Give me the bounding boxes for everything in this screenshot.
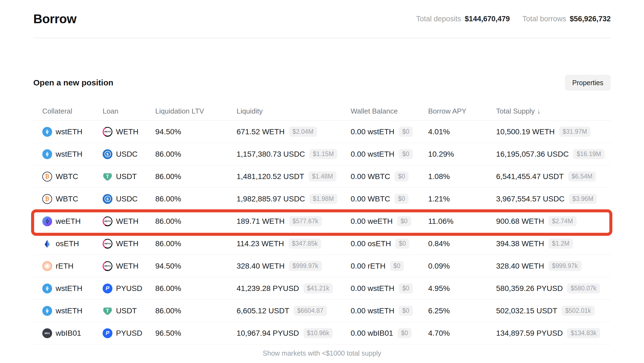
column-header-total-supply[interactable]: Total Supply ↓ bbox=[496, 107, 611, 115]
page-title: Borrow bbox=[33, 11, 76, 26]
usd-badge: $0 bbox=[397, 216, 411, 226]
wallet-balance-cell: 0.00 osETH$0 bbox=[351, 239, 428, 249]
table-row-highlighted[interactable]: weETH WETHWETH 86.00% 189.71 WETH$577.67… bbox=[33, 210, 611, 233]
svg-text:T: T bbox=[106, 174, 109, 179]
wsteth-token-icon bbox=[42, 306, 52, 316]
usd-badge: $1.48M bbox=[309, 171, 337, 182]
usd-badge: $0 bbox=[398, 328, 412, 338]
total-borrows-value: $56,926,732 bbox=[570, 15, 611, 23]
wallet-balance-cell: 0.00 wbIB01$0 bbox=[351, 328, 428, 338]
usd-badge: $0 bbox=[395, 239, 410, 249]
usd-badge: $10.96k bbox=[303, 328, 333, 338]
usd-badge: $577.67k bbox=[289, 216, 322, 226]
liquidity-cell: 41,239.28 PYUSD$41.21k bbox=[237, 283, 351, 293]
table-row[interactable]: osETH WETHWETH 86.00% 114.23 WETH$347.85… bbox=[33, 233, 611, 255]
borrow-apy-value: 1.21% bbox=[428, 195, 496, 203]
usd-badge: $16.19M bbox=[573, 149, 605, 159]
loan-symbol: PYUSD bbox=[116, 284, 142, 293]
wbtc-token-icon: ₿ bbox=[42, 172, 52, 182]
total-borrows-label: Total borrows bbox=[522, 15, 566, 23]
weth-token-icon: WETH bbox=[103, 239, 112, 249]
liquidity-cell: 328.40 WETH$999.97k bbox=[237, 261, 351, 271]
loan-symbol: USDT bbox=[116, 307, 137, 315]
loan-symbol: PYUSD bbox=[116, 329, 142, 338]
table-row[interactable]: ₿WBTC TUSDT 86.00% 1,481,120.52 USDT$1.4… bbox=[33, 165, 611, 188]
usd-badge: $41.21k bbox=[303, 283, 333, 293]
total-supply-cell: 3,967,554.57 USDC$3.96M bbox=[496, 194, 611, 204]
liquidity-cell: 671.52 WETH$2.04M bbox=[237, 127, 351, 137]
liquidation-ltv-value: 86.00% bbox=[155, 195, 237, 203]
table-row[interactable]: wstETH TUSDT 86.00% 6,605.12 USDT$6604.8… bbox=[33, 300, 611, 322]
wbtc-token-icon: ₿ bbox=[42, 194, 52, 204]
usd-badge: $0 bbox=[399, 127, 413, 137]
total-supply-cell: 10,500.19 WETH$31.97M bbox=[496, 127, 611, 137]
total-deposits-label: Total deposits bbox=[416, 15, 461, 23]
reth-token-icon bbox=[42, 261, 52, 271]
column-header-liquidation-ltv[interactable]: Liquidation LTV bbox=[155, 107, 237, 115]
usd-badge: $0 bbox=[399, 149, 413, 159]
weth-token-icon: WETH bbox=[103, 261, 112, 271]
section-title: Open a new position bbox=[33, 78, 113, 87]
wallet-balance-cell: 0.00 wstETH$0 bbox=[351, 127, 428, 137]
liquidity-cell: 189.71 WETH$577.67k bbox=[237, 216, 351, 226]
svg-text:T: T bbox=[106, 308, 109, 313]
liquidity-cell: 1,157,380.73 USDC$1.15M bbox=[237, 149, 351, 159]
usd-badge: $2.04M bbox=[289, 127, 317, 137]
usd-badge: $0 bbox=[399, 283, 413, 293]
loan-symbol: WETH bbox=[116, 262, 138, 270]
usd-badge: $6.54M bbox=[568, 171, 596, 182]
column-header-borrow-apy[interactable]: Borrow APY bbox=[428, 107, 496, 115]
borrow-apy-value: 4.01% bbox=[428, 127, 496, 136]
table-row[interactable]: wstETH PPYUSD 86.00% 41,239.28 PYUSD$41.… bbox=[33, 277, 611, 300]
usd-badge: $6604.87 bbox=[294, 306, 327, 316]
total-supply-cell: 502,032.15 USDT$502.01k bbox=[496, 306, 611, 316]
borrow-apy-value: 0.09% bbox=[428, 262, 496, 270]
collateral-symbol: weETH bbox=[56, 217, 81, 226]
liquidity-cell: 1,982,885.97 USDC$1.98M bbox=[237, 194, 351, 204]
borrow-apy-value: 6.25% bbox=[428, 307, 496, 315]
column-header-loan[interactable]: Loan bbox=[103, 107, 155, 115]
total-supply-cell: 328.40 WETH$999.97k bbox=[496, 261, 611, 271]
liquidation-ltv-value: 94.50% bbox=[155, 127, 237, 136]
collateral-symbol: rETH bbox=[56, 262, 73, 270]
sort-descending-icon: ↓ bbox=[537, 107, 541, 115]
show-small-markets-link[interactable]: Show markets with <$1000 total supply bbox=[263, 349, 381, 357]
usd-badge: $999.97k bbox=[289, 261, 322, 271]
table-footer: Show markets with <$1000 total supply bbox=[33, 344, 611, 362]
liquidity-cell: 10,967.94 PYUSD$10.96k bbox=[237, 328, 351, 338]
wallet-balance-cell: 0.00 weETH$0 bbox=[351, 216, 428, 226]
usdc-token-icon: $ bbox=[103, 194, 112, 204]
total-deposits-value: $144,670,479 bbox=[465, 15, 510, 23]
table-row[interactable]: rETH WETHWETH 94.50% 328.40 WETH$999.97k… bbox=[33, 255, 611, 277]
usd-badge: $0 bbox=[395, 171, 409, 182]
loan-symbol: WETH bbox=[116, 239, 138, 248]
column-header-wallet-balance[interactable]: Wallet Balance bbox=[351, 107, 428, 115]
borrow-apy-value: 10.29% bbox=[428, 150, 496, 159]
borrow-apy-value: 0.84% bbox=[428, 239, 496, 248]
column-header-liquidity[interactable]: Liquidity bbox=[237, 107, 351, 115]
table-row[interactable]: IB01wbIB01 PPYUSD 96.50% 10,967.94 PYUSD… bbox=[33, 322, 611, 344]
usd-badge: $31.97M bbox=[559, 127, 591, 137]
collateral-symbol: wbIB01 bbox=[56, 329, 81, 338]
properties-button[interactable]: Properties bbox=[565, 75, 611, 91]
total-supply-cell: 6,541,455.47 USDT$6.54M bbox=[496, 171, 611, 182]
pyusd-token-icon: P bbox=[103, 284, 112, 293]
wsteth-token-icon bbox=[42, 284, 52, 293]
table-row[interactable]: ₿WBTC $USDC 86.00% 1,982,885.97 USDC$1.9… bbox=[33, 188, 611, 210]
collateral-symbol: WBTC bbox=[56, 172, 78, 181]
loan-symbol: USDC bbox=[116, 150, 138, 159]
oseth-token-icon bbox=[42, 239, 52, 249]
column-header-collateral[interactable]: Collateral bbox=[42, 107, 103, 115]
collateral-symbol: WBTC bbox=[56, 195, 78, 203]
liquidation-ltv-value: 86.00% bbox=[155, 307, 237, 315]
usd-badge: $999.97k bbox=[548, 261, 582, 271]
loan-symbol: WETH bbox=[116, 127, 138, 136]
table-row[interactable]: wstETH $USDC 86.00% 1,157,380.73 USDC$1.… bbox=[33, 143, 611, 165]
wsteth-token-icon bbox=[42, 149, 52, 159]
wallet-balance-cell: 0.00 rETH$0 bbox=[351, 261, 428, 271]
collateral-symbol: wstETH bbox=[56, 284, 82, 293]
wallet-balance-cell: 0.00 wstETH$0 bbox=[351, 306, 428, 316]
collateral-symbol: wstETH bbox=[56, 127, 82, 136]
weeth-token-icon bbox=[42, 216, 52, 226]
table-row[interactable]: wstETH WETHWETH 94.50% 671.52 WETH$2.04M… bbox=[33, 121, 611, 143]
